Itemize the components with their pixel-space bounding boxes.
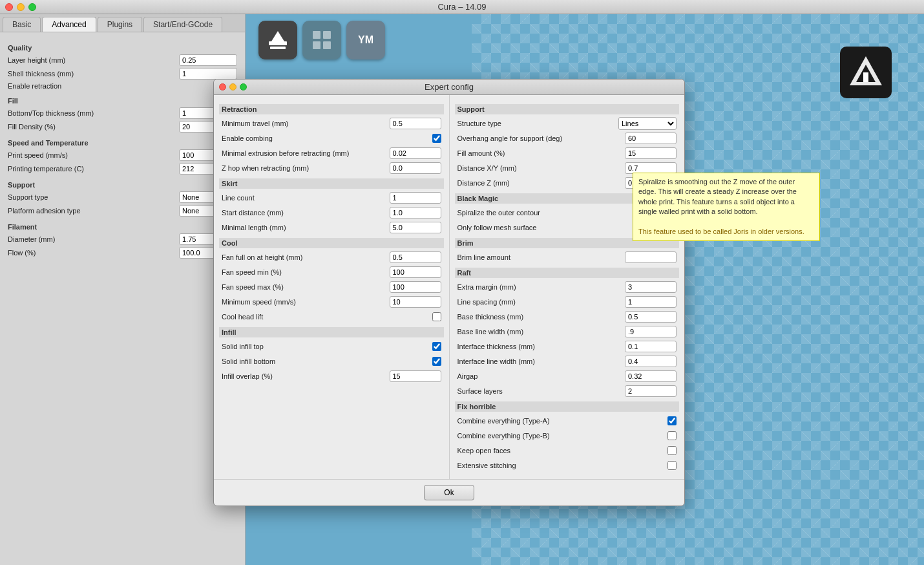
field-base-line-width: Base line width (mm) xyxy=(457,325,677,338)
brim-line-input[interactable] xyxy=(625,251,677,263)
load-icon xyxy=(266,28,289,52)
base-line-width-input[interactable] xyxy=(625,326,677,337)
solid-infill-bottom-checkbox[interactable] xyxy=(432,357,441,366)
ok-button[interactable]: Ok xyxy=(424,485,474,500)
fan-speed-min-input[interactable] xyxy=(390,266,441,278)
minimal-extrusion-input[interactable] xyxy=(390,147,441,159)
field-platform-adhesion: Platform adhesion type xyxy=(8,205,237,217)
section-dialog-support: Support xyxy=(455,104,680,114)
field-z-hop: Z hop when retracting (mm) xyxy=(222,162,441,175)
field-infill-overlap: Infill overlap (%) xyxy=(222,370,441,383)
section-support: Support xyxy=(8,181,237,189)
cura-logo xyxy=(840,47,892,98)
tab-advanced[interactable]: Advanced xyxy=(42,17,96,32)
tab-plugins[interactable]: Plugins xyxy=(98,17,142,32)
main-area: Basic Advanced Plugins Start/End-GCode Q… xyxy=(0,14,924,565)
dialog-footer: Ok xyxy=(214,479,684,506)
fan-full-on-input[interactable] xyxy=(390,251,441,263)
field-printing-temp: Printing temperature (C) xyxy=(8,163,237,175)
field-support-type: Support type xyxy=(8,191,237,203)
field-layer-height: Layer height (mm) xyxy=(8,54,237,66)
minimum-speed-input[interactable] xyxy=(390,296,441,308)
z-hop-input[interactable] xyxy=(390,162,441,174)
combine-type-a-checkbox[interactable] xyxy=(667,416,677,425)
dialog-body: Retraction Minimum travel (mm) Enable co… xyxy=(214,95,684,479)
field-shell-thickness: Shell thickness (mm) xyxy=(8,68,237,80)
tooltip-note: This feature used to be called Joris in … xyxy=(638,228,804,235)
svg-rect-0 xyxy=(269,41,287,45)
section-infill: Infill xyxy=(219,327,444,337)
minimize-button[interactable] xyxy=(17,3,25,11)
toolbar: YM xyxy=(258,21,385,59)
tab-basic[interactable]: Basic xyxy=(3,17,41,32)
field-surface-layers: Surface layers xyxy=(457,385,677,398)
enable-combing-checkbox[interactable] xyxy=(432,134,441,143)
dialog-close-button[interactable] xyxy=(219,83,226,91)
section-filament: Filament xyxy=(8,223,237,231)
keep-open-faces-checkbox[interactable] xyxy=(667,446,677,455)
settings-icon xyxy=(310,28,333,52)
field-combine-type-b: Combine everything (Type-B) xyxy=(457,429,677,442)
layer-height-input[interactable] xyxy=(179,54,237,66)
support-fill-input[interactable] xyxy=(625,147,677,159)
cool-head-lift-checkbox[interactable] xyxy=(432,312,441,321)
dialog-right-column: Spiralize is smoothing out the Z move of… xyxy=(450,95,685,479)
base-thickness-input[interactable] xyxy=(625,311,677,323)
overhang-angle-input[interactable] xyxy=(625,133,677,144)
svg-rect-6 xyxy=(323,41,331,49)
toolbar-icon-settings[interactable] xyxy=(302,21,341,59)
min-travel-input[interactable] xyxy=(390,118,441,129)
field-start-distance: Start distance (mm) xyxy=(222,206,441,219)
section-fill: Fill xyxy=(8,97,237,105)
interface-thickness-input[interactable] xyxy=(625,341,677,352)
field-fill-density: Fill Density (%) xyxy=(8,121,237,133)
extensive-stitching-checkbox[interactable] xyxy=(667,461,677,470)
infill-overlap-input[interactable] xyxy=(390,370,441,382)
solid-infill-top-checkbox[interactable] xyxy=(432,342,441,351)
airgap-input[interactable] xyxy=(625,370,677,382)
dialog-maximize-button[interactable] xyxy=(240,83,247,91)
surface-layers-input[interactable] xyxy=(625,385,677,397)
svg-rect-3 xyxy=(313,31,320,39)
maximize-button[interactable] xyxy=(28,3,36,11)
field-fan-full-on: Fan full on at height (mm) xyxy=(222,251,441,264)
section-raft: Raft xyxy=(455,268,680,278)
svg-rect-9 xyxy=(863,72,868,82)
dialog-title: Expert config xyxy=(425,82,474,92)
svg-rect-5 xyxy=(313,41,320,49)
interface-line-width-input[interactable] xyxy=(625,356,677,367)
start-distance-input[interactable] xyxy=(390,207,441,219)
sidebar: Basic Advanced Plugins Start/End-GCode Q… xyxy=(0,14,246,565)
tab-startend-gcode[interactable]: Start/End-GCode xyxy=(143,17,222,32)
line-count-input[interactable] xyxy=(390,192,441,204)
toolbar-icon-load[interactable] xyxy=(258,21,297,59)
sidebar-content: Quality Layer height (mm) Shell thicknes… xyxy=(0,32,245,266)
app-title: Cura – 14.09 xyxy=(437,2,486,12)
field-minimal-length: Minimal length (mm) xyxy=(222,221,441,234)
fan-speed-max-input[interactable] xyxy=(390,281,441,293)
minimal-length-input[interactable] xyxy=(390,222,441,233)
section-cool: Cool xyxy=(219,238,444,248)
field-line-count: Line count xyxy=(222,191,441,204)
dialog-traffic-lights xyxy=(219,83,247,91)
title-bar: Cura – 14.09 xyxy=(0,0,924,14)
toolbar-icon-ym[interactable]: YM xyxy=(346,21,385,59)
field-solid-infill-bottom: Solid infill bottom xyxy=(222,355,441,368)
field-flow: Flow (%) xyxy=(8,247,237,259)
extra-margin-input[interactable] xyxy=(625,281,677,293)
structure-type-select[interactable]: Lines Grid xyxy=(618,117,677,130)
shell-thickness-input[interactable] xyxy=(179,68,237,80)
close-button[interactable] xyxy=(5,3,13,11)
dialog-minimize-button[interactable] xyxy=(229,83,236,91)
section-quality: Quality xyxy=(8,44,237,52)
cura-logo-icon xyxy=(846,53,885,92)
field-minimal-extrusion: Minimal extrusion before retracting (mm) xyxy=(222,147,441,160)
field-combine-type-a: Combine everything (Type-A) xyxy=(457,414,677,427)
field-min-travel: Minimum travel (mm) xyxy=(222,117,441,130)
tooltip-box: Spiralize is smoothing out the Z move of… xyxy=(633,173,820,241)
section-retraction: Retraction xyxy=(219,104,444,114)
line-spacing-input[interactable] xyxy=(625,296,677,308)
tooltip-text: Spiralize is smoothing out the Z move of… xyxy=(638,178,797,215)
section-fix-horrible: Fix horrible xyxy=(455,401,680,412)
combine-type-b-checkbox[interactable] xyxy=(667,431,677,440)
